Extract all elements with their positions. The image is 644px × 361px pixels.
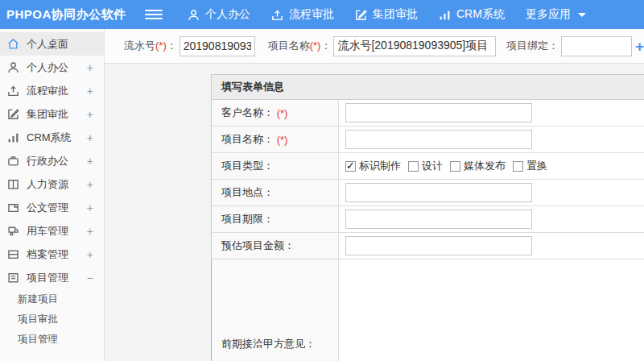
meta-form-bar: 流水号(*)： 项目名称(*)： 项目绑定： + bbox=[105, 29, 644, 64]
form-row-project-type: 项目类型： 标识制作 设计 媒体发布 置换 bbox=[212, 153, 644, 180]
main-content: 流水号(*)： 项目名称(*)： 项目绑定： + 填写表单信息 客户名称： (*… bbox=[105, 29, 644, 361]
top-nav: 个人办公 流程审批 集团审批 CRM系统 更多应用 bbox=[177, 0, 597, 29]
app-logo: PHPOA协同办公软件 bbox=[0, 7, 111, 23]
checkbox-option[interactable]: 置换 bbox=[513, 159, 547, 173]
project-name-input[interactable] bbox=[333, 36, 495, 56]
project-name-label: 项目名称(*)： bbox=[268, 39, 332, 53]
book-icon bbox=[7, 178, 20, 190]
expand-icon[interactable]: + bbox=[87, 155, 93, 168]
nav-group-approval[interactable]: 集团审批 bbox=[345, 0, 428, 29]
project-type-checkbox-group: 标识制作 设计 媒体发布 置换 bbox=[345, 159, 555, 173]
upload-icon bbox=[271, 9, 283, 21]
checkbox-icon[interactable] bbox=[408, 161, 419, 172]
edit-icon bbox=[355, 9, 367, 21]
checkbox-icon[interactable] bbox=[513, 161, 523, 172]
document-icon bbox=[7, 201, 20, 214]
briefcase-icon bbox=[7, 155, 20, 167]
plus-icon[interactable]: + bbox=[635, 39, 644, 54]
project-name-field-input[interactable] bbox=[345, 130, 532, 149]
project-location-input[interactable] bbox=[345, 183, 532, 202]
customer-name-input[interactable] bbox=[345, 103, 532, 122]
sidebar-item-workflow-approval[interactable]: 流程审批 + bbox=[0, 79, 104, 102]
expand-icon[interactable]: + bbox=[87, 178, 93, 191]
estimated-amount-input[interactable] bbox=[345, 236, 532, 255]
sidebar-item-group-approval[interactable]: 集团审批 + bbox=[0, 102, 104, 126]
caret-down-icon bbox=[578, 13, 586, 17]
sidebar-item-personal-office[interactable]: 个人办公 + bbox=[0, 56, 104, 79]
checkbox-option[interactable]: 标识制作 bbox=[345, 159, 401, 173]
user-icon bbox=[188, 9, 200, 21]
collapse-icon[interactable]: − bbox=[87, 272, 93, 284]
sidebar-item-desktop[interactable]: 个人桌面 bbox=[0, 32, 104, 56]
nav-workflow-approval[interactable]: 流程审批 bbox=[261, 0, 345, 29]
expand-icon[interactable]: + bbox=[87, 108, 93, 121]
expand-icon[interactable]: + bbox=[87, 201, 93, 214]
edit-icon bbox=[7, 108, 20, 120]
sidebar-item-crm-system[interactable]: CRM系统 + bbox=[0, 126, 104, 149]
form-row-preliminary-opinion: 前期接洽甲方意见： bbox=[211, 259, 644, 361]
form-row-project-location: 项目地点： bbox=[212, 180, 644, 206]
form-row-project-name: 项目名称： (*) bbox=[212, 127, 644, 153]
bar-chart-icon bbox=[439, 9, 451, 21]
project-icon bbox=[7, 272, 20, 284]
checkbox-option[interactable]: 设计 bbox=[408, 159, 443, 173]
checkbox-icon[interactable] bbox=[345, 161, 356, 172]
form-section-title: 填写表单信息 bbox=[212, 75, 644, 100]
sidebar: 个人桌面 个人办公 + 流程审批 + 集团审批 + CRM系统 + 行政办公 +… bbox=[0, 29, 105, 361]
menu-icon[interactable] bbox=[145, 10, 163, 19]
bar-chart-icon bbox=[7, 131, 20, 143]
nav-crm-system[interactable]: CRM系统 bbox=[428, 0, 515, 29]
project-bind-label: 项目绑定： bbox=[506, 39, 559, 53]
project-bind-input[interactable] bbox=[561, 36, 632, 56]
sidebar-item-archive-mgmt[interactable]: 档案管理 + bbox=[0, 243, 104, 266]
expand-icon[interactable]: + bbox=[87, 85, 93, 98]
expand-icon[interactable]: + bbox=[87, 61, 93, 74]
nav-personal-office[interactable]: 个人办公 bbox=[177, 0, 261, 29]
expand-icon[interactable]: + bbox=[87, 248, 93, 261]
sidebar-item-vehicle-mgmt[interactable]: 用车管理 + bbox=[0, 219, 104, 243]
sidebar-item-project-mgmt[interactable]: 项目管理 − bbox=[0, 266, 104, 289]
serial-label: 流水号(*)： bbox=[124, 39, 177, 53]
sidebar-item-document-mgmt[interactable]: 公文管理 + bbox=[0, 196, 104, 219]
expand-icon[interactable]: + bbox=[87, 225, 93, 238]
form-row-project-duration: 项目期限： bbox=[212, 206, 644, 233]
sidebar-subitem-new-project[interactable]: 新建项目 bbox=[0, 289, 104, 309]
nav-more-apps[interactable]: 更多应用 bbox=[515, 0, 597, 29]
car-icon bbox=[7, 225, 20, 237]
top-header: PHPOA协同办公软件 个人办公 流程审批 集团审批 CRM系统 更多应用 bbox=[0, 0, 644, 29]
form-row-estimated-amount: 预估项目金额： bbox=[212, 233, 644, 259]
archive-icon bbox=[7, 248, 20, 260]
preliminary-opinion-textarea[interactable] bbox=[339, 259, 644, 361]
upload-icon bbox=[7, 85, 20, 97]
sidebar-subitem-project-manage[interactable]: 项目管理 bbox=[0, 330, 104, 350]
form-panel: 填写表单信息 客户名称： (*) 项目名称： (*) 项目类型： 标识制作 设计… bbox=[211, 74, 644, 361]
expand-icon[interactable]: + bbox=[87, 131, 93, 144]
sidebar-item-admin-office[interactable]: 行政办公 + bbox=[0, 149, 104, 172]
user-icon bbox=[7, 61, 20, 73]
form-row-customer-name: 客户名称： (*) bbox=[212, 100, 644, 127]
sidebar-item-human-resources[interactable]: 人力资源 + bbox=[0, 172, 104, 196]
checkbox-option[interactable]: 媒体发布 bbox=[450, 159, 506, 173]
serial-input[interactable] bbox=[180, 36, 255, 56]
home-icon bbox=[7, 38, 20, 50]
project-duration-input[interactable] bbox=[345, 210, 532, 229]
checkbox-icon[interactable] bbox=[450, 161, 460, 172]
sidebar-subitem-project-approval[interactable]: 项目审批 bbox=[0, 309, 104, 330]
